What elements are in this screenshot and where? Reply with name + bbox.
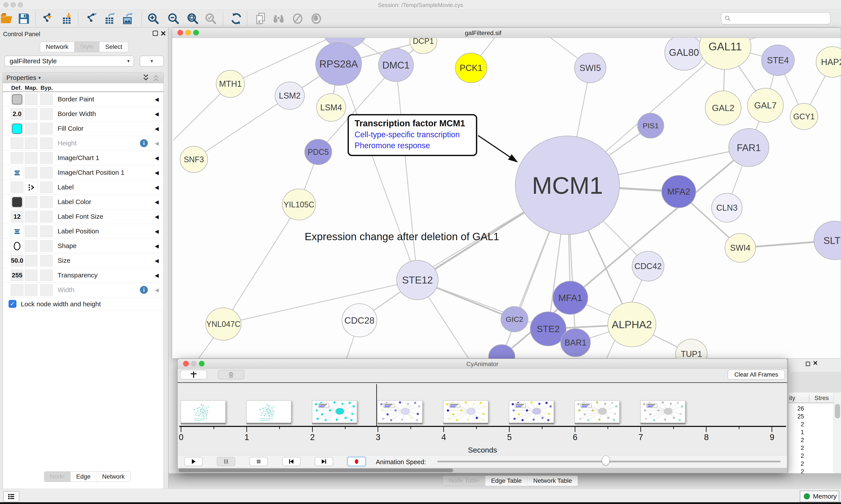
expand-row-icon[interactable]: ◀ bbox=[155, 287, 159, 293]
mapping-cell[interactable] bbox=[25, 284, 37, 296]
table-cell[interactable]: 2 bbox=[788, 461, 804, 467]
network-node-STE12[interactable]: STE12 bbox=[397, 260, 438, 300]
network-edge-RPS28A-STE12[interactable] bbox=[339, 64, 417, 280]
bypass-cell[interactable] bbox=[40, 255, 53, 267]
table-cell[interactable]: 26 bbox=[788, 405, 804, 412]
expand-row-icon[interactable]: ◀ bbox=[155, 96, 159, 103]
mapping-cell[interactable] bbox=[25, 270, 37, 281]
mapping-cell[interactable] bbox=[25, 240, 37, 252]
property-row-border-paint[interactable]: Border Paint◀ bbox=[3, 92, 164, 107]
network-node-GAL2[interactable]: GAL2 bbox=[705, 91, 741, 125]
expand-row-icon[interactable]: ◀ bbox=[155, 243, 159, 249]
animation-frame-6s[interactable] bbox=[575, 400, 620, 423]
network-node-MFA2[interactable]: MFA2 bbox=[662, 175, 696, 208]
cyanimator-titlebar[interactable]: CyAnimator bbox=[178, 359, 787, 368]
table-tab-network-table[interactable]: Network Table bbox=[527, 476, 578, 486]
info-icon[interactable]: i bbox=[140, 286, 148, 294]
network-node-PIS1[interactable]: PIS1 bbox=[638, 113, 664, 138]
browser-tab-node[interactable]: Node bbox=[44, 472, 70, 482]
default-value-cell[interactable] bbox=[11, 226, 23, 237]
export-network-icon[interactable] bbox=[86, 13, 99, 25]
property-row-fill-color[interactable]: Fill Color◀ bbox=[3, 121, 164, 136]
bypass-cell[interactable] bbox=[40, 211, 53, 222]
network-node-HAP2[interactable]: HAP2 bbox=[816, 47, 841, 77]
table-cell[interactable]: 2 bbox=[788, 453, 804, 459]
record-button[interactable] bbox=[347, 457, 366, 466]
annotation-box[interactable]: Transcription factor MCM1 Cell-type-spec… bbox=[347, 114, 477, 156]
search-box[interactable] bbox=[721, 12, 830, 24]
animation-frame-0s[interactable] bbox=[181, 400, 226, 423]
delete-frame-button[interactable] bbox=[218, 370, 244, 379]
network-node-PDC5[interactable]: PDC5 bbox=[305, 139, 332, 165]
expand-row-icon[interactable]: ◀ bbox=[155, 199, 159, 205]
default-value-cell[interactable]: 12 bbox=[11, 211, 23, 222]
network-node-TUP1[interactable]: TUP1 bbox=[676, 339, 707, 359]
mapping-cell[interactable] bbox=[25, 93, 37, 105]
bypass-cell[interactable] bbox=[40, 123, 53, 134]
window-zoom-button[interactable] bbox=[18, 2, 23, 7]
animation-frame-1s[interactable] bbox=[246, 400, 291, 423]
network-canvas[interactable]: DCP1RPS28ADMC1PCK1MTH1LSM2LSM4SNF3PDC5YI… bbox=[172, 38, 841, 359]
property-row-width[interactable]: Widthi◀ bbox=[3, 283, 164, 297]
animation-speed-slider-knob[interactable] bbox=[602, 456, 610, 465]
animation-frame-4s[interactable] bbox=[443, 400, 488, 423]
expand-row-icon[interactable]: ◀ bbox=[155, 140, 159, 146]
close-panel-icon[interactable]: ✕ bbox=[813, 360, 818, 367]
default-value-cell[interactable] bbox=[11, 196, 23, 208]
play-button[interactable] bbox=[184, 457, 202, 466]
network-node-SWI4[interactable]: SWI4 bbox=[725, 233, 756, 262]
lock-size-checkbox[interactable]: ✓ bbox=[8, 300, 16, 308]
table-column-header[interactable]: ity bbox=[789, 395, 795, 401]
default-value-cell[interactable]: 50.0 bbox=[11, 255, 23, 267]
mapping-cell[interactable] bbox=[25, 108, 37, 120]
export-image-icon[interactable] bbox=[122, 13, 134, 25]
default-value-cell[interactable] bbox=[11, 284, 23, 296]
network-node-GIC2[interactable]: GIC2 bbox=[501, 307, 528, 332]
expand-row-icon[interactable]: ◀ bbox=[155, 214, 159, 220]
column-divider[interactable] bbox=[809, 395, 809, 402]
expand-row-icon[interactable]: ◀ bbox=[155, 228, 159, 234]
network-edge-YIL105C-YNL047C[interactable] bbox=[223, 204, 299, 324]
memory-button[interactable]: Memory bbox=[800, 491, 839, 502]
animation-frame-2s[interactable] bbox=[312, 400, 357, 423]
network-node-MTH1[interactable]: MTH1 bbox=[216, 70, 245, 97]
default-value-cell[interactable] bbox=[11, 123, 23, 134]
mapping-cell[interactable] bbox=[25, 196, 37, 208]
network-node-PCK1[interactable]: PCK1 bbox=[455, 53, 487, 83]
annotation-link[interactable]: Pheromone response bbox=[355, 141, 476, 150]
stop-button[interactable] bbox=[249, 457, 268, 466]
property-row-image-chart-position-1[interactable]: Image/Chart Position 1◀ bbox=[3, 165, 164, 180]
table-cell[interactable]: 2 bbox=[788, 421, 804, 428]
network-node-BAR1[interactable]: BAR1 bbox=[561, 329, 590, 357]
network-node-FUS3[interactable] bbox=[489, 345, 515, 359]
window-zoom-button[interactable] bbox=[193, 30, 199, 35]
animation-frame-5s[interactable] bbox=[509, 400, 554, 423]
bypass-cell[interactable] bbox=[40, 108, 53, 120]
default-value-cell[interactable] bbox=[11, 138, 23, 149]
window-close-button[interactable] bbox=[3, 2, 8, 7]
network-node-STE4[interactable]: STE4 bbox=[762, 45, 794, 75]
collapse-all-icon[interactable] bbox=[152, 74, 160, 82]
network-node-YNL047C[interactable]: YNL047C bbox=[205, 308, 241, 340]
pause-button[interactable] bbox=[217, 457, 235, 466]
mapping-cell[interactable] bbox=[25, 211, 37, 222]
mapping-cell[interactable] bbox=[25, 226, 37, 237]
close-panel-icon[interactable]: ✕ bbox=[160, 29, 166, 38]
browser-tab-edge[interactable]: Edge bbox=[70, 472, 96, 482]
import-network-icon[interactable] bbox=[42, 13, 54, 25]
table-cell[interactable]: 2 bbox=[788, 445, 804, 451]
add-frame-button[interactable] bbox=[180, 370, 207, 379]
tab-select[interactable]: Select bbox=[100, 42, 128, 52]
bypass-cell[interactable] bbox=[40, 196, 53, 208]
scrollbar-thumb[interactable] bbox=[179, 469, 453, 472]
tab-style[interactable]: Style bbox=[74, 42, 99, 52]
refresh-icon[interactable] bbox=[230, 13, 243, 25]
table-tab-edge-table[interactable]: Edge Table bbox=[485, 476, 527, 486]
bypass-cell[interactable] bbox=[40, 152, 53, 164]
default-value-cell[interactable]: 2.0 bbox=[11, 108, 23, 120]
network-node-MFA1[interactable]: MFA1 bbox=[553, 281, 588, 314]
network-node-GAL11[interactable]: GAL11 bbox=[699, 38, 751, 69]
table-column-header[interactable]: Stres bbox=[815, 395, 829, 401]
cyanimator-scrollbar[interactable] bbox=[178, 468, 787, 473]
import-table-icon[interactable] bbox=[61, 13, 74, 25]
